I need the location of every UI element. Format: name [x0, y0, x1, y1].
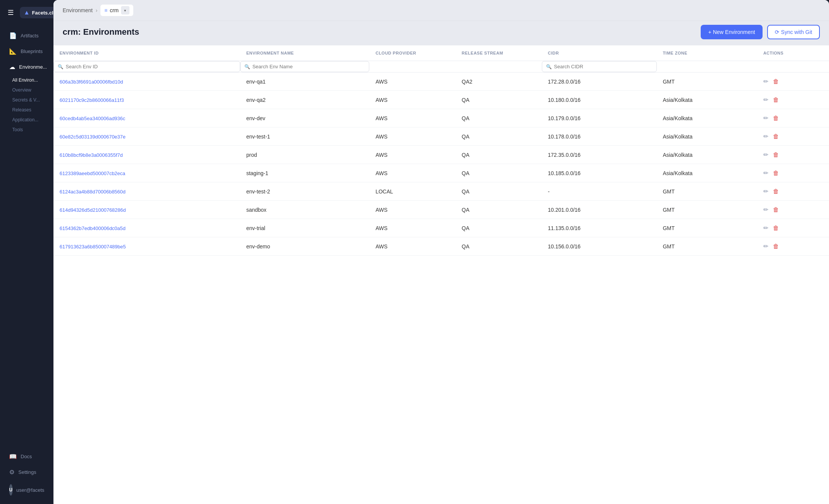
sidebar-item-environments[interactable]: ☁ Environme...	[3, 60, 50, 74]
cell-time-zone-2: Asia/Kolkata	[657, 109, 757, 127]
cell-release-stream-8: QA	[456, 219, 542, 237]
env-id-link-3[interactable]: 60e82c5d03139d000670e37e	[60, 134, 126, 140]
docs-icon: 📖	[9, 453, 17, 460]
edit-button-7[interactable]: ✏	[763, 206, 768, 213]
cell-cloud-provider-3: AWS	[369, 127, 456, 146]
edit-button-9[interactable]: ✏	[763, 243, 768, 250]
search-env-name-wrap: 🔍	[240, 61, 370, 72]
search-env-name-input[interactable]	[252, 64, 365, 69]
search-cidr-input[interactable]	[554, 64, 653, 69]
page-header: crm: Environments + New Environment ⟳ Sy…	[53, 21, 829, 45]
delete-button-3[interactable]: 🗑	[773, 133, 779, 140]
cell-cidr-7: 10.201.0.0/16	[542, 201, 657, 219]
cell-time-zone-6: GMT	[657, 182, 757, 201]
new-environment-button[interactable]: + New Environment	[701, 25, 763, 39]
cell-env-id-1: 6021170c9c2b8600066a11f3	[53, 91, 240, 109]
tools-label: Tools	[12, 127, 23, 132]
env-id-link-8[interactable]: 6154362b7edb400006dc0a5d	[60, 225, 126, 231]
delete-button-4[interactable]: 🗑	[773, 151, 779, 158]
search-actions-empty	[757, 61, 829, 72]
user-label: user@facets	[16, 487, 44, 493]
cell-actions-8: ✏ 🗑	[757, 219, 829, 237]
sidebar-item-docs[interactable]: 📖 Docs	[3, 449, 50, 464]
env-id-link-4[interactable]: 610b8bcf9b8e3a0006355f7d	[60, 152, 123, 158]
search-env-id-cell: 🔍	[53, 61, 240, 72]
actions-cell-1: ✏ 🗑	[763, 96, 823, 103]
table-row: 614d94326d5d21000768286d sandbox AWS QA …	[53, 201, 829, 219]
edit-button-0[interactable]: ✏	[763, 78, 768, 85]
env-id-link-0[interactable]: 606a3b3f6691a00006fbd10d	[60, 79, 123, 85]
edit-button-3[interactable]: ✏	[763, 133, 768, 140]
cell-cloud-provider-7: AWS	[369, 201, 456, 219]
cell-env-name-4: prod	[240, 146, 370, 164]
edit-button-2[interactable]: ✏	[763, 114, 768, 122]
search-env-id-input[interactable]	[66, 64, 236, 69]
cell-cidr-1: 10.180.0.0/16	[542, 91, 657, 109]
sidebar-bottom: 📖 Docs ⚙ Settings U user@facets	[0, 448, 53, 500]
breadcrumb-dropdown[interactable]: ▾	[121, 6, 129, 14]
delete-button-2[interactable]: 🗑	[773, 115, 779, 122]
env-id-link-6[interactable]: 6124ac3a4b88d70006b8560d	[60, 189, 126, 195]
cell-release-stream-7: QA	[456, 201, 542, 219]
delete-button-1[interactable]: 🗑	[773, 97, 779, 103]
table-row: 6123389aeebd500007cb2eca staging-1 AWS Q…	[53, 164, 829, 182]
cell-env-id-6: 6124ac3a4b88d70006b8560d	[53, 182, 240, 201]
hamburger-icon[interactable]: ☰	[5, 7, 17, 18]
all-environments-label: All Environ...	[12, 77, 38, 83]
overview-label: Overview	[12, 87, 31, 93]
delete-button-8[interactable]: 🗑	[773, 225, 779, 232]
actions-cell-0: ✏ 🗑	[763, 78, 823, 85]
sidebar-item-artifacts[interactable]: 📄 Artifacts	[3, 28, 50, 43]
delete-button-5[interactable]: 🗑	[773, 170, 779, 177]
edit-button-1[interactable]: ✏	[763, 96, 768, 103]
cell-env-id-7: 614d94326d5d21000768286d	[53, 201, 240, 219]
user-profile[interactable]: U user@facets	[3, 480, 50, 499]
sidebar-sub-secrets[interactable]: Secrets & V...	[0, 95, 53, 105]
cell-env-name-9: env-demo	[240, 237, 370, 256]
cell-cloud-provider-9: AWS	[369, 237, 456, 256]
table-row: 6154362b7edb400006dc0a5d env-trial AWS Q…	[53, 219, 829, 237]
search-env-id-wrap: 🔍	[53, 61, 240, 72]
edit-button-6[interactable]: ✏	[763, 188, 768, 195]
breadcrumb-parent[interactable]: Environment	[63, 7, 93, 13]
cell-env-id-8: 6154362b7edb400006dc0a5d	[53, 219, 240, 237]
search-env-name-icon: 🔍	[244, 64, 250, 69]
cell-env-name-1: env-qa2	[240, 91, 370, 109]
cell-time-zone-8: GMT	[657, 219, 757, 237]
sidebar-sub-all-environments[interactable]: All Environ...	[0, 75, 53, 85]
sidebar-sub-releases[interactable]: Releases	[0, 105, 53, 115]
environments-table-container: ENVIRONMENT ID ENVIRONMENT NAME CLOUD PR…	[53, 45, 829, 504]
header-actions: + New Environment ⟳ Sync with Git	[701, 25, 820, 39]
env-id-link-1[interactable]: 6021170c9c2b8600066a11f3	[60, 97, 124, 103]
cell-actions-4: ✏ 🗑	[757, 146, 829, 164]
sidebar-sub-applications[interactable]: Application...	[0, 115, 53, 125]
sidebar-sub-overview[interactable]: Overview	[0, 85, 53, 95]
delete-button-7[interactable]: 🗑	[773, 206, 779, 213]
cell-env-id-0: 606a3b3f6691a00006fbd10d	[53, 72, 240, 91]
edit-button-4[interactable]: ✏	[763, 151, 768, 158]
edit-button-5[interactable]: ✏	[763, 169, 768, 177]
table-row: 60e82c5d03139d000670e37e env-test-1 AWS …	[53, 127, 829, 146]
nav-section: 📄 Artifacts 📐 Blueprints ☁ Environme... …	[0, 27, 53, 135]
cell-env-id-9: 617913623a6b850007489be5	[53, 237, 240, 256]
col-header-env-name: ENVIRONMENT NAME	[240, 45, 370, 61]
sidebar-item-blueprints[interactable]: 📐 Blueprints	[3, 44, 50, 59]
env-id-link-5[interactable]: 6123389aeebd500007cb2eca	[60, 171, 125, 176]
breadcrumb-separator: ›	[96, 7, 98, 13]
sync-with-git-button[interactable]: ⟳ Sync with Git	[767, 25, 820, 39]
sidebar-sub-tools[interactable]: Tools	[0, 125, 53, 135]
delete-button-0[interactable]: 🗑	[773, 78, 779, 85]
actions-cell-8: ✏ 🗑	[763, 224, 823, 232]
table-row: 6124ac3a4b88d70006b8560d env-test-2 LOCA…	[53, 182, 829, 201]
actions-cell-5: ✏ 🗑	[763, 169, 823, 177]
delete-button-6[interactable]: 🗑	[773, 188, 779, 195]
actions-cell-3: ✏ 🗑	[763, 133, 823, 140]
edit-button-8[interactable]: ✏	[763, 224, 768, 232]
sidebar-item-settings[interactable]: ⚙ Settings	[3, 465, 50, 480]
env-id-link-7[interactable]: 614d94326d5d21000768286d	[60, 207, 126, 213]
cell-release-stream-5: QA	[456, 164, 542, 182]
cell-env-name-5: staging-1	[240, 164, 370, 182]
delete-button-9[interactable]: 🗑	[773, 243, 779, 250]
env-id-link-2[interactable]: 60cedb4ab5ea340006ad936c	[60, 116, 125, 121]
env-id-link-9[interactable]: 617913623a6b850007489be5	[60, 244, 126, 250]
